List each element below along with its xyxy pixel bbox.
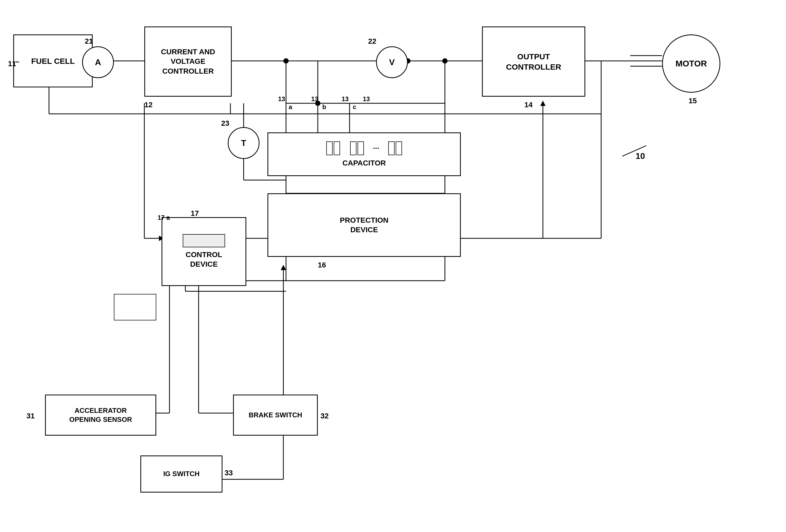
ammeter-circle: A xyxy=(82,46,114,78)
ref-12: 12 xyxy=(144,101,153,109)
control-device-block: CONTROL DEVICE xyxy=(162,217,246,286)
brake-switch-block: BRAKE SWITCH xyxy=(233,395,318,436)
diagram-container: FUEL CELL 11 ~ A 21 CURRENT AND VOLTAGE … xyxy=(0,0,786,532)
ig-switch-label: IG SWITCH xyxy=(163,469,200,479)
cvc-block: CURRENT AND VOLTAGE CONTROLLER xyxy=(144,26,232,97)
ref-15: 15 xyxy=(689,97,697,105)
svg-marker-62 xyxy=(540,101,546,106)
thermometer-circle: T xyxy=(228,127,259,159)
ig-switch-block: IG SWITCH xyxy=(140,456,223,492)
ref-22: 22 xyxy=(368,37,376,46)
svg-rect-63 xyxy=(326,142,332,155)
voltmeter-label: V xyxy=(389,57,395,67)
ref-13b-num: 13 xyxy=(311,95,318,103)
ref-21: 21 xyxy=(85,37,93,46)
ref-14: 14 xyxy=(524,101,533,109)
voltmeter-circle: V xyxy=(376,46,408,78)
svg-text:10: 10 xyxy=(635,151,645,159)
capacitor-symbol-3 xyxy=(387,140,403,156)
ref-17: 17 xyxy=(191,209,199,218)
thermometer-label: T xyxy=(241,138,246,148)
ref-13c-num: 13 xyxy=(342,95,349,103)
svg-rect-66 xyxy=(358,142,364,155)
ref-10-arrow: 10 xyxy=(620,143,651,159)
motor-circle: MOTOR xyxy=(662,34,720,93)
ref-13c: c xyxy=(353,103,356,111)
capacitor-label: CAPACITOR xyxy=(342,158,386,168)
ref-16: 16 xyxy=(318,261,326,269)
svg-marker-60 xyxy=(281,265,286,270)
capacitor-symbol-2 xyxy=(349,140,365,156)
capacitor-symbol-1 xyxy=(325,140,341,156)
ref-13-main: 13 xyxy=(278,95,285,103)
ref-13b: b xyxy=(322,103,326,111)
ref-31: 31 xyxy=(26,412,35,420)
motor-label: MOTOR xyxy=(675,59,707,69)
system-ref-10: 10 xyxy=(620,143,651,161)
svg-rect-67 xyxy=(389,142,394,155)
protection-device-label: PROTECTION DEVICE xyxy=(340,215,389,235)
ref-32: 32 xyxy=(320,412,329,420)
svg-rect-65 xyxy=(350,142,356,155)
protection-device-block: PROTECTION DEVICE xyxy=(268,193,461,257)
cvc-label: CURRENT AND VOLTAGE CONTROLLER xyxy=(161,47,215,76)
accelerator-sensor-label: ACCELERATOR OPENING SENSOR xyxy=(69,406,132,424)
ref-13-right: 13 xyxy=(363,95,370,103)
output-controller-label: OUTPUT CONTROLLER xyxy=(506,51,561,72)
ref-13a: a xyxy=(288,103,292,111)
fuel-cell-label: FUEL CELL xyxy=(31,56,75,66)
fuel-cell-block: FUEL CELL xyxy=(13,34,93,87)
ref-11-tilde: ~ xyxy=(15,58,19,66)
accelerator-sensor-block: ACCELERATOR OPENING SENSOR xyxy=(45,395,156,436)
small-card xyxy=(114,294,156,320)
brake-switch-label: BRAKE SWITCH xyxy=(249,411,302,420)
ammeter-label: A xyxy=(95,57,101,67)
svg-rect-64 xyxy=(334,142,340,155)
ref-23: 23 xyxy=(221,119,229,128)
svg-rect-68 xyxy=(396,142,402,155)
ref-17a: 17 a xyxy=(158,214,170,222)
output-controller-block: OUTPUT CONTROLLER xyxy=(482,26,585,97)
capacitor-block: ··· CAPACITOR xyxy=(268,132,461,176)
ref-33: 33 xyxy=(225,469,233,477)
control-device-label: CONTROL DEVICE xyxy=(186,250,222,269)
